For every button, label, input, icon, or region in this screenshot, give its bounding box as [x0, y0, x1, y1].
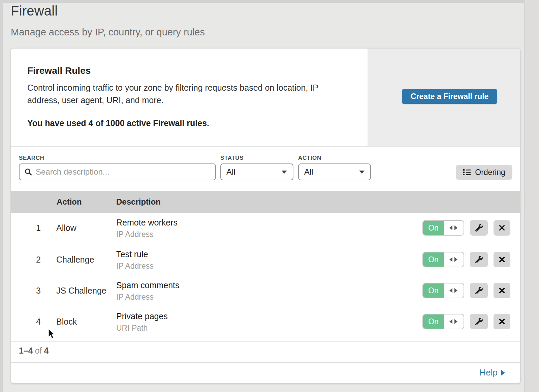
- footer-divider: [11, 362, 520, 363]
- wrench-icon: [475, 318, 483, 325]
- rule-match-type: URI Path: [116, 324, 168, 333]
- delete-rule-button[interactable]: [494, 220, 510, 236]
- rules-table-body: 1 Allow Remote workers IP Address On 2 C…: [11, 213, 520, 337]
- delete-rule-button[interactable]: [494, 252, 510, 267]
- rule-description: Remote workers IP Address: [116, 218, 178, 239]
- close-icon: [499, 224, 505, 231]
- delete-rule-button[interactable]: [494, 314, 510, 329]
- action-label: ACTION: [298, 155, 321, 161]
- rule-description-title: Spam comments: [116, 280, 180, 290]
- rule-enabled-toggle[interactable]: On: [422, 314, 464, 329]
- rule-match-type: IP Address: [116, 262, 154, 271]
- rule-match-type: IP Address: [116, 230, 178, 239]
- edit-rule-button[interactable]: [470, 252, 488, 267]
- wrench-icon: [475, 224, 483, 232]
- status-label: STATUS: [220, 155, 244, 161]
- toggle-arrows-segment[interactable]: [444, 283, 464, 298]
- table-bottom-divider: [11, 341, 520, 342]
- rules-description: Control incoming traffic to your zone by…: [27, 82, 346, 107]
- rule-match-type: IP Address: [116, 293, 180, 302]
- close-icon: [499, 318, 505, 325]
- ordered-list-icon: [463, 169, 471, 176]
- table-row: 2 Challenge Test rule IP Address On: [11, 244, 520, 275]
- toggle-arrows-segment[interactable]: [444, 252, 464, 267]
- rules-heading: Firewall Rules: [27, 65, 91, 76]
- close-icon: [499, 287, 505, 294]
- rule-priority: 4: [31, 306, 46, 337]
- toggle-on-segment[interactable]: On: [423, 314, 444, 329]
- page-subtitle: Manage access by IP, country, or query r…: [11, 27, 205, 38]
- table-header: Action Description: [11, 191, 520, 213]
- page-title: Firewall: [11, 3, 58, 19]
- left-right-arrows-icon: [449, 257, 458, 262]
- window-edge-right: [524, 0, 539, 392]
- create-rule-panel: Create a Firewall rule: [368, 49, 520, 146]
- window-edge-left: [0, 0, 3, 392]
- edit-rule-button[interactable]: [470, 283, 488, 298]
- table-row: 4 Block Private pages URI Path On: [11, 306, 520, 337]
- create-firewall-rule-button[interactable]: Create a Firewall rule: [402, 89, 497, 104]
- edit-rule-button[interactable]: [470, 220, 488, 236]
- edit-rule-button[interactable]: [470, 314, 488, 329]
- left-right-arrows-icon: [449, 225, 458, 230]
- rule-priority: 1: [31, 213, 46, 243]
- arrow-right-icon: [501, 370, 505, 376]
- pagination-of: of: [33, 346, 44, 355]
- action-selected-value: All: [304, 167, 313, 177]
- rule-action: JS Challenge: [56, 275, 106, 306]
- pagination: 1–4of4: [19, 346, 49, 356]
- help-link-label: Help: [480, 367, 498, 378]
- rule-enabled-toggle[interactable]: On: [422, 283, 464, 298]
- wrench-icon: [475, 256, 483, 263]
- firewall-rules-card: Firewall Rules Control incoming traffic …: [11, 48, 520, 384]
- delete-rule-button[interactable]: [494, 283, 510, 298]
- pagination-total: 4: [44, 346, 49, 355]
- rule-description-title: Remote workers: [116, 218, 178, 228]
- toggle-on-segment[interactable]: On: [423, 221, 444, 235]
- rule-priority: 2: [31, 244, 46, 275]
- rule-description: Spam comments IP Address: [116, 280, 180, 302]
- rule-description: Private pages URI Path: [116, 311, 168, 333]
- search-box: [19, 163, 216, 180]
- column-header-description: Description: [116, 197, 161, 207]
- rule-description: Test rule IP Address: [116, 249, 154, 271]
- rule-enabled-toggle[interactable]: On: [422, 252, 464, 267]
- search-label: SEARCH: [19, 155, 44, 161]
- rule-description-title: Test rule: [116, 249, 154, 259]
- rule-priority: 3: [31, 275, 46, 306]
- rules-info-section: Firewall Rules Control incoming traffic …: [11, 49, 368, 146]
- rule-action: Block: [56, 306, 77, 337]
- toggle-arrows-segment[interactable]: [444, 221, 464, 235]
- ordering-button-label: Ordering: [475, 168, 505, 177]
- close-icon: [499, 256, 505, 263]
- wrench-icon: [475, 287, 483, 294]
- action-select[interactable]: All: [298, 163, 371, 180]
- left-right-arrows-icon: [449, 319, 458, 324]
- search-input[interactable]: [36, 167, 211, 177]
- column-header-action: Action: [57, 197, 82, 207]
- toggle-on-segment[interactable]: On: [423, 252, 444, 267]
- rule-action: Challenge: [56, 244, 94, 275]
- table-row: 3 JS Challenge Spam comments IP Address …: [11, 275, 520, 306]
- filter-bar: SEARCH STATUS All ACTION All Ordering: [11, 147, 520, 191]
- ordering-button[interactable]: Ordering: [456, 165, 512, 180]
- window-edge-top: [0, 0, 539, 3]
- status-select[interactable]: All: [220, 163, 293, 180]
- chevron-down-icon: [281, 170, 287, 174]
- toggle-arrows-segment[interactable]: [444, 314, 464, 329]
- rules-usage-note: You have used 4 of 1000 active Firewall …: [27, 118, 209, 128]
- toggle-on-segment[interactable]: On: [423, 283, 444, 298]
- rule-enabled-toggle[interactable]: On: [422, 220, 464, 236]
- table-row: 1 Allow Remote workers IP Address On: [11, 213, 520, 244]
- chevron-down-icon: [359, 170, 365, 174]
- help-link[interactable]: Help: [480, 367, 505, 378]
- pagination-range: 1–4: [19, 346, 33, 355]
- search-icon: [24, 168, 32, 176]
- rule-action: Allow: [56, 213, 76, 243]
- rule-description-title: Private pages: [116, 311, 168, 321]
- status-selected-value: All: [226, 167, 235, 177]
- left-right-arrows-icon: [449, 288, 458, 293]
